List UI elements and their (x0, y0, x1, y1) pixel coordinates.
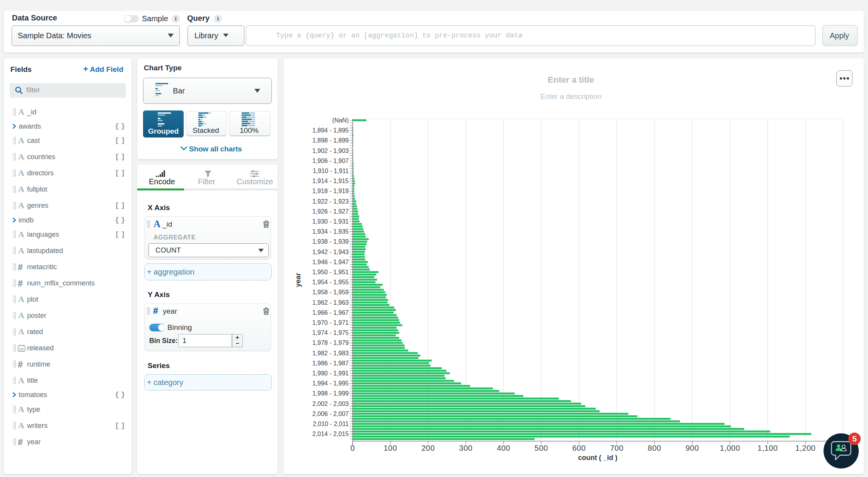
svg-text:2,010 - 2,011: 2,010 - 2,011 (313, 421, 349, 427)
svg-text:1,970 - 1,971: 1,970 - 1,971 (312, 319, 349, 326)
svg-text:1,934 - 1,935: 1,934 - 1,935 (312, 228, 349, 235)
svg-text:count ( _id ): count ( _id ) (578, 454, 617, 462)
svg-text:2,006 - 2,007: 2,006 - 2,007 (312, 411, 349, 417)
svg-text:1,894 - 1,895: 1,894 - 1,895 (312, 127, 349, 134)
svg-text:1,954 - 1,955: 1,954 - 1,955 (312, 279, 349, 285)
svg-text:1,974 - 1,975: 1,974 - 1,975 (312, 329, 349, 336)
svg-text:2,002 - 2,003: 2,002 - 2,003 (312, 401, 349, 407)
svg-text:200: 200 (421, 444, 435, 452)
svg-text:(NaN): (NaN) (332, 117, 349, 124)
svg-text:1,966 - 1,967: 1,966 - 1,967 (312, 309, 349, 316)
svg-text:1,958 - 1,959: 1,958 - 1,959 (312, 289, 349, 295)
svg-text:1,100: 1,100 (757, 444, 778, 452)
svg-text:1,918 - 1,919: 1,918 - 1,919 (312, 188, 349, 194)
svg-text:1,926 - 1,927: 1,926 - 1,927 (312, 208, 349, 215)
svg-text:1,946 - 1,947: 1,946 - 1,947 (312, 259, 349, 265)
svg-text:1,922 - 1,923: 1,922 - 1,923 (312, 198, 349, 205)
svg-text:1,962 - 1,963: 1,962 - 1,963 (312, 299, 349, 306)
svg-text:900: 900 (686, 444, 699, 452)
svg-text:2,014 - 2,015: 2,014 - 2,015 (312, 431, 349, 437)
svg-text:1,978 - 1,979: 1,978 - 1,979 (312, 340, 349, 346)
svg-text:1,942 - 1,943: 1,942 - 1,943 (312, 249, 349, 255)
svg-text:800: 800 (648, 444, 661, 452)
svg-text:0: 0 (350, 444, 355, 452)
svg-text:1,930 - 1,931: 1,930 - 1,931 (312, 218, 349, 225)
svg-text:year: year (294, 273, 302, 287)
svg-text:100: 100 (384, 444, 397, 452)
svg-text:1,914 - 1,915: 1,914 - 1,915 (312, 178, 349, 184)
svg-text:1,990 - 1,991: 1,990 - 1,991 (312, 370, 349, 377)
svg-text:1,998 - 1,999: 1,998 - 1,999 (312, 390, 349, 397)
svg-text:1,000: 1,000 (720, 444, 740, 452)
svg-text:1,994 - 1,995: 1,994 - 1,995 (312, 380, 349, 387)
svg-text:1,910 - 1,911: 1,910 - 1,911 (313, 168, 349, 174)
svg-text:1,986 - 1,987: 1,986 - 1,987 (312, 360, 349, 367)
svg-text:1,200: 1,200 (795, 444, 816, 452)
svg-text:1,902 - 1,903: 1,902 - 1,903 (312, 148, 349, 154)
svg-text:300: 300 (459, 444, 472, 452)
svg-text:1,906 - 1,907: 1,906 - 1,907 (312, 158, 349, 164)
svg-text:1,982 - 1,983: 1,982 - 1,983 (312, 350, 349, 356)
svg-text:1,938 - 1,939: 1,938 - 1,939 (312, 238, 349, 245)
svg-text:500: 500 (535, 444, 548, 452)
svg-text:600: 600 (572, 444, 586, 452)
svg-text:1,898 - 1,899: 1,898 - 1,899 (312, 137, 349, 144)
svg-text:700: 700 (610, 444, 624, 452)
svg-text:400: 400 (497, 444, 510, 452)
svg-text:1,950 - 1,951: 1,950 - 1,951 (312, 269, 349, 275)
